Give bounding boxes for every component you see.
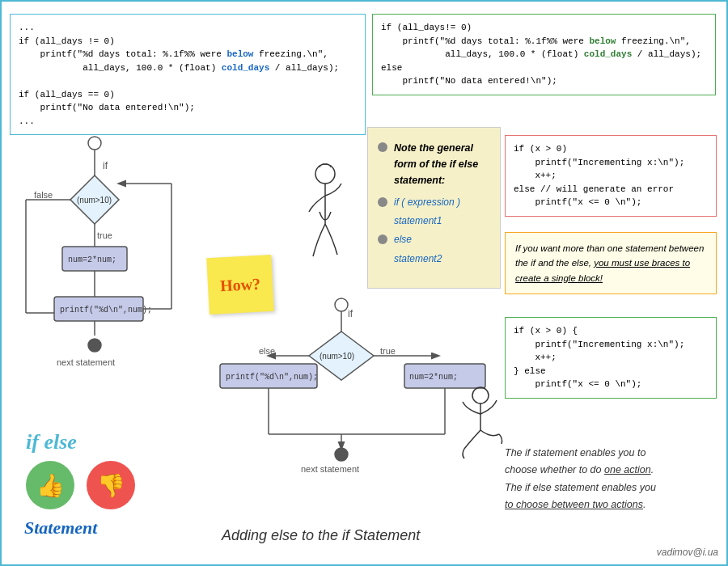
svg-text:printf("%d\n",num);: printf("%d\n",num); (60, 306, 152, 315)
note-stmt1: statement1 (394, 213, 442, 229)
bottom-line1: The if statement enables you to (505, 447, 645, 458)
note-stmt2: statement2 (394, 251, 442, 267)
flowchart-left: if (num>10) false true num=2*num; printf… (10, 127, 204, 386)
bottom-line3: The if else statement enables you (505, 482, 656, 493)
warning-text: If you want more than one statement betw… (515, 243, 704, 283)
statement-label: Statement (24, 517, 97, 539)
svg-text:next statement: next statement (57, 357, 115, 367)
svg-text:true: true (380, 346, 396, 356)
sticky-text: How? (219, 274, 260, 295)
svg-text:false: false (34, 190, 53, 200)
page-title: Adding else to the if Statement (222, 527, 420, 544)
bottom-description: The if statement enables you to choose w… (505, 445, 717, 513)
svg-text:true: true (97, 230, 112, 240)
code-text-3: if (x > 0) printf("Incrementing x:\n"); … (514, 142, 708, 209)
svg-point-44 (472, 387, 489, 403)
code-box-2: if (all_days!= 0) printf("%d days total:… (372, 14, 716, 95)
svg-text:else: else (259, 346, 275, 356)
note-card: Note the general form of the if else sta… (367, 127, 501, 289)
code-box-4: if (x > 0) { printf("Incrementing x:\n")… (505, 317, 717, 399)
svg-text:num=2*num;: num=2*num; (68, 256, 116, 264)
svg-point-0 (88, 137, 101, 150)
code-box-3: if (x > 0) printf("Incrementing x:\n"); … (505, 135, 717, 217)
if-else-label: if else (26, 430, 77, 454)
svg-text:(num>10): (num>10) (77, 196, 112, 205)
person-figure (289, 159, 353, 264)
svg-text:(num>10): (num>10) (320, 352, 354, 361)
svg-point-20 (88, 339, 101, 352)
note-title: Note the general form of the if else sta… (394, 140, 490, 188)
note-expr: if ( expression ) (394, 195, 460, 210)
svg-text:printf("%d\n",num);: printf("%d\n",num); (226, 373, 318, 382)
svg-text:next statement: next statement (301, 464, 359, 474)
svg-text:if: if (348, 308, 353, 319)
svg-text:num=2*num;: num=2*num; (409, 373, 458, 382)
svg-point-22 (335, 298, 348, 311)
svg-point-42 (315, 164, 335, 184)
bottom-line4: to choose between two actions. (505, 499, 645, 510)
code-text-1: ... if (all_days != 0) printf("%d days t… (19, 21, 357, 128)
warning-box: If you want more than one statement betw… (505, 232, 717, 294)
watermark: vadimov@i.ua (657, 547, 718, 558)
thumbs-down-icon: 👎 (87, 461, 135, 509)
code-text-2: if (all_days!= 0) printf("%d days total:… (381, 21, 707, 88)
code-text-4: if (x > 0) { printf("Incrementing x:\n")… (514, 324, 708, 391)
bottom-line2: choose whether to do one action. (505, 464, 654, 475)
thumbs-up-icon: 👍 (26, 461, 74, 509)
code-box-1: ... if (all_days != 0) printf("%d days t… (10, 14, 366, 135)
svg-point-40 (335, 448, 348, 461)
note-else: else (394, 232, 412, 247)
svg-text:if: if (103, 160, 108, 171)
